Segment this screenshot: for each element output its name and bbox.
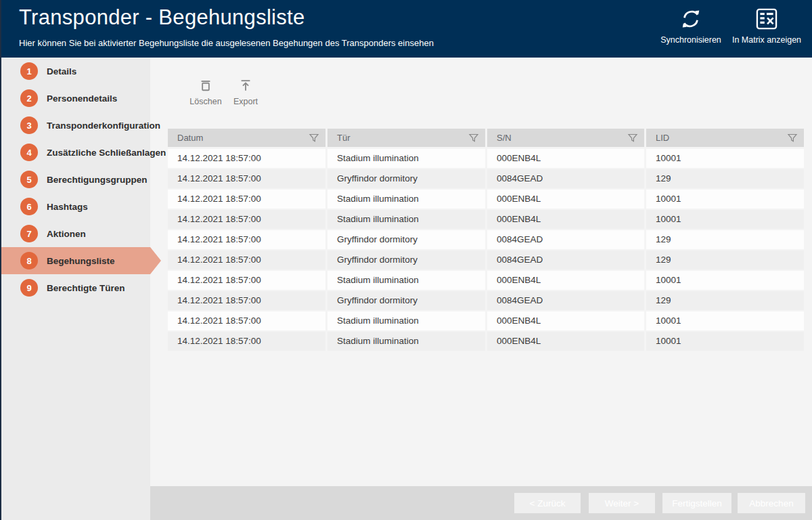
table-cell: 10001 [646,210,804,229]
main-panel: Löschen Export Datum Tür [150,58,812,520]
table-cell: 14.12.2021 18:57:00 [168,169,325,188]
column-header-lid[interactable]: LID [646,129,804,147]
sidebar-item-berechtigte-tueren[interactable]: 9 Berechtigte Türen [0,274,150,301]
table-cell: 14.12.2021 18:57:00 [168,271,325,290]
step-number-badge: 6 [20,198,38,215]
sidebar-item-personendetails[interactable]: 2 Personendetails [0,85,150,112]
finish-button[interactable]: Fertigstellen [662,493,731,513]
sync-icon [680,8,702,30]
table-row[interactable]: 14.12.2021 18:57:00Stadium illumination0… [168,190,804,209]
table-cell: 10001 [646,332,804,351]
table-cell: 10001 [646,190,804,209]
sidebar-item-label: Transponderkonfiguration [47,121,160,131]
sidebar-item-label: Berechtigte Türen [47,283,125,293]
filter-icon[interactable] [309,133,319,144]
trash-icon [198,78,213,93]
table-row[interactable]: 14.12.2021 18:57:00Gryffindor dormitory0… [168,230,804,249]
sidebar-item-label: Details [47,66,76,77]
sidebar-item-zusaetzliche-schliessanlagen[interactable]: 4 Zusätzliche Schließanlagen [0,139,150,166]
matrix-icon [756,8,777,30]
table-cell: 000ENB4L [487,210,644,229]
filter-icon[interactable] [627,133,638,144]
table-cell: 000ENB4L [487,311,644,330]
export-button[interactable]: Export [221,78,270,106]
sidebar-item-label: Aktionen [47,229,86,239]
column-header-label: LID [656,133,669,143]
access-list-table: Datum Tür S/N LID 14.1 [168,129,804,352]
table-row[interactable]: 14.12.2021 18:57:00Stadium illumination0… [168,149,804,168]
table-cell: 000ENB4L [487,271,644,290]
table-row[interactable]: 14.12.2021 18:57:00Stadium illumination0… [168,271,804,290]
table-row[interactable]: 14.12.2021 18:57:00Stadium illumination0… [168,210,804,229]
table-cell: Gryffindor dormitory [328,291,485,310]
step-number-badge: 8 [20,252,38,269]
sidebar-item-aktionen[interactable]: 7 Aktionen [0,220,150,247]
table-cell: 000ENB4L [487,332,644,351]
column-header-datum[interactable]: Datum [168,129,325,147]
sidebar-item-label: Begehungsliste [47,256,115,266]
sidebar-item-hashtags[interactable]: 6 Hashtags [0,193,150,220]
step-number-badge: 1 [20,62,38,80]
table-cell: 14.12.2021 18:57:00 [168,311,325,330]
table-row[interactable]: 14.12.2021 18:57:00Stadium illumination0… [168,311,804,330]
table-cell: 0084GEAD [487,169,644,188]
table-cell: 10001 [646,311,804,330]
table-row[interactable]: 14.12.2021 18:57:00Gryffindor dormitory0… [168,251,804,269]
table-cell: Gryffindor dormitory [328,169,485,188]
table-cell: 0084GEAD [487,230,644,249]
table-row[interactable]: 14.12.2021 18:57:00Gryffindor dormitory0… [168,291,804,310]
column-header-t-r[interactable]: Tür [328,129,485,147]
table-cell: 14.12.2021 18:57:00 [168,149,325,168]
filter-icon[interactable] [787,133,798,144]
step-number-badge: 4 [20,144,38,161]
table-cell: Stadium illumination [328,332,485,351]
header-bar: Transponder - Begehungsliste Hier können… [0,0,812,58]
synchronize-button[interactable]: Synchronisieren [647,8,735,45]
show-in-matrix-label: In Matrix anzeigen [723,35,811,45]
table-cell: 14.12.2021 18:57:00 [168,210,325,229]
table-cell: 14.12.2021 18:57:00 [168,251,325,269]
sidebar-item-begehungsliste[interactable]: 8 Begehungsliste [0,247,150,274]
page-subtitle: Hier können Sie bei aktivierter Begehung… [19,38,434,48]
cancel-button[interactable]: Abbrechen [738,493,805,513]
table-cell: 129 [646,230,804,249]
table-cell: 000ENB4L [487,149,644,168]
page-title: Transponder - Begehungsliste [19,5,305,30]
table-cell: 10001 [646,149,804,168]
table-cell: Gryffindor dormitory [328,251,485,269]
table-cell: Stadium illumination [328,149,485,168]
table-cell: Gryffindor dormitory [328,230,485,249]
table-cell: 0084GEAD [487,251,644,269]
step-number-badge: 7 [20,225,38,242]
table-cell: 14.12.2021 18:57:00 [168,230,325,249]
back-button[interactable]: < Zurück [514,493,581,513]
table-row[interactable]: 14.12.2021 18:57:00Stadium illumination0… [168,332,804,351]
sidebar-item-label: Personendetails [47,93,117,104]
step-number-badge: 2 [20,89,38,107]
table-cell: 129 [646,169,804,188]
table-cell: 10001 [646,271,804,290]
table-row[interactable]: 14.12.2021 18:57:00Gryffindor dormitory0… [168,169,804,188]
export-icon [238,78,253,93]
column-header-label: Datum [177,133,203,143]
wizard-step-sidebar: 1 Details 2 Personendetails 3 Transponde… [0,58,150,520]
table-body: 14.12.2021 18:57:00Stadium illumination0… [168,149,804,351]
sidebar-item-label: Zusätzliche Schließanlagen [47,148,166,158]
window-edge [0,0,1,520]
table-cell: 14.12.2021 18:57:00 [168,332,325,351]
sidebar-item-berechtigungsgruppen[interactable]: 5 Berechtigungsgruppen [0,166,150,193]
step-number-badge: 5 [20,171,38,188]
sidebar-item-transponderkonfiguration[interactable]: 3 Transponderkonfiguration [0,112,150,139]
sidebar-item-label: Berechtigungsgruppen [47,175,148,185]
table-cell: Stadium illumination [328,210,485,229]
table-cell: 129 [646,291,804,310]
column-header-s-n[interactable]: S/N [487,129,644,147]
footer-bar: < Zurück Weiter > Fertigstellen Abbreche… [150,486,812,520]
table-cell: 0084GEAD [487,291,644,310]
show-in-matrix-button[interactable]: In Matrix anzeigen [723,8,811,45]
next-button[interactable]: Weiter > [589,493,655,513]
filter-icon[interactable] [468,133,479,144]
step-number-badge: 9 [20,279,38,297]
sidebar-item-details[interactable]: 1 Details [0,58,150,85]
table-cell: Stadium illumination [328,271,485,290]
